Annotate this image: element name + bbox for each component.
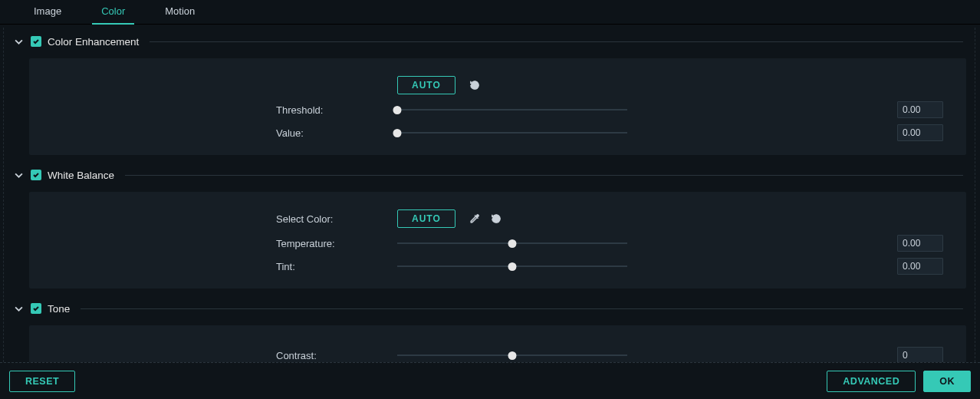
temperature-input[interactable] [897, 235, 943, 252]
contrast-input[interactable] [897, 347, 943, 362]
checkbox-tone[interactable] [31, 303, 41, 314]
slider-thumb[interactable] [393, 106, 402, 114]
section-divider [81, 308, 963, 309]
section-title: Color Enhancement [48, 36, 139, 48]
tab-bar: Image Color Motion [0, 0, 980, 25]
slider-thumb[interactable] [508, 239, 517, 248]
section-header-white-balance: White Balance [6, 161, 966, 189]
checkbox-white-balance[interactable] [31, 170, 41, 180]
tint-input[interactable] [897, 258, 943, 275]
tint-label: Tint: [275, 261, 397, 272]
section-divider [125, 175, 963, 176]
section-body-white-balance: Select Color: AUTO Temperature: [29, 192, 966, 289]
select-color-label: Select Color: [275, 213, 397, 225]
auto-button[interactable]: AUTO [397, 209, 455, 228]
tab-motion[interactable]: Motion [156, 0, 204, 25]
section-title: White Balance [48, 170, 114, 181]
eyedropper-icon[interactable] [466, 210, 483, 227]
chevron-down-icon[interactable] [11, 34, 26, 49]
slider-thumb[interactable] [393, 129, 402, 137]
section-divider [150, 41, 963, 42]
value-input[interactable] [897, 124, 943, 141]
checkbox-color-enhancement[interactable] [31, 36, 41, 47]
reset-icon[interactable] [466, 77, 483, 94]
section-body-tone: Contrast: [29, 325, 966, 362]
reset-icon[interactable] [488, 210, 505, 227]
temperature-slider[interactable] [397, 236, 627, 251]
threshold-label: Threshold: [275, 104, 397, 116]
section-body-color-enhancement: AUTO Threshold: Value: [29, 58, 966, 155]
content-scroll[interactable]: Color Enhancement AUTO Threshold: [0, 25, 980, 362]
threshold-input[interactable] [897, 101, 943, 118]
reset-button[interactable]: RESET [9, 371, 75, 392]
tint-slider[interactable] [397, 259, 627, 274]
contrast-label: Contrast: [275, 350, 397, 361]
auto-button[interactable]: AUTO [397, 76, 455, 94]
tab-image[interactable]: Image [25, 0, 71, 25]
section-header-color-enhancement: Color Enhancement [6, 28, 966, 55]
section-title: Tone [48, 303, 70, 315]
value-slider[interactable] [397, 125, 627, 140]
temperature-label: Temperature: [275, 238, 397, 249]
advanced-button[interactable]: ADVANCED [827, 371, 916, 392]
value-label: Value: [275, 127, 397, 139]
tab-color[interactable]: Color [92, 0, 134, 25]
chevron-down-icon[interactable] [11, 167, 26, 183]
section-header-tone: Tone [6, 295, 966, 322]
chevron-down-icon[interactable] [11, 301, 26, 316]
threshold-slider[interactable] [397, 102, 627, 117]
footer-bar: RESET ADVANCED OK [0, 362, 980, 399]
contrast-slider[interactable] [397, 348, 627, 362]
slider-thumb[interactable] [508, 262, 517, 271]
ok-button[interactable]: OK [923, 371, 971, 392]
slider-thumb[interactable] [508, 351, 517, 360]
